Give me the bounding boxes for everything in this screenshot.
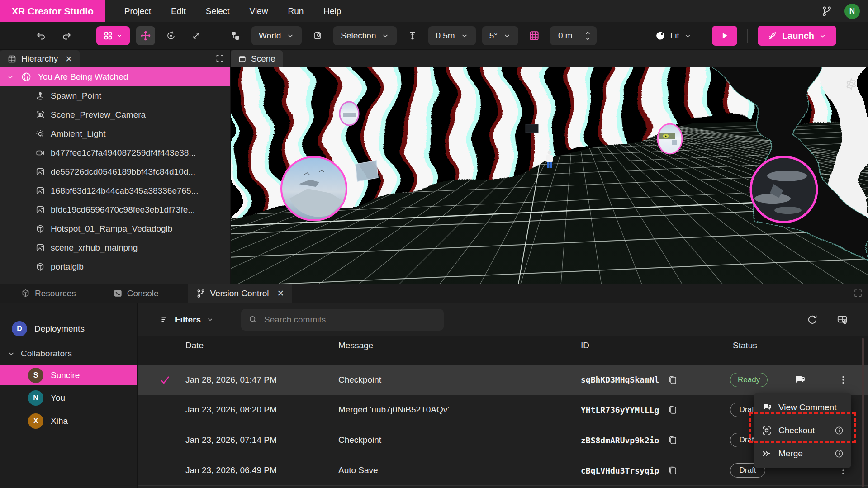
copy-icon[interactable] xyxy=(667,374,678,385)
tab-hierarchy[interactable]: Hierarchy ✕ xyxy=(0,50,80,67)
image-icon xyxy=(35,167,45,177)
copy-icon[interactable] xyxy=(667,465,678,476)
sidebar-item-suncire[interactable]: S Suncire xyxy=(0,365,137,385)
user-avatar[interactable]: N xyxy=(844,4,860,19)
commit-id: zBS8dmARUvp9k2io xyxy=(581,436,659,445)
world-space-dropdown[interactable]: World xyxy=(251,26,302,45)
search-commits-input[interactable] xyxy=(264,315,427,325)
move-snap-dropdown[interactable]: 0.5m xyxy=(428,26,475,45)
tree-item-video-asset[interactable]: b477fee1c7fa494087259df4f443e38... xyxy=(0,143,230,162)
version-control-icon[interactable] xyxy=(821,5,833,17)
commit-row[interactable]: Jan 28, 2026, 01:47 PM Checkpoint sqBhKD… xyxy=(138,365,868,395)
transform-space-icon[interactable] xyxy=(226,26,245,45)
image-icon xyxy=(35,205,45,215)
menu-item-view-comment[interactable]: View Comment xyxy=(754,396,851,419)
move-tool-button[interactable] xyxy=(136,26,155,45)
cube-object[interactable] xyxy=(526,124,538,133)
panel-object[interactable] xyxy=(356,161,378,181)
menu-project[interactable]: Project xyxy=(124,6,151,16)
tab-resources[interactable]: Resources xyxy=(13,284,84,303)
scene-render xyxy=(231,67,868,284)
scene-viewport[interactable] xyxy=(231,67,868,284)
camera-icon xyxy=(35,110,45,120)
portal-object-mid[interactable] xyxy=(658,124,682,154)
info-icon[interactable] xyxy=(834,426,844,436)
tree-item-image-asset[interactable]: bfdc19cd6596470c98fee3eb1df73fe... xyxy=(0,200,230,219)
sidebar-item-xiha[interactable]: X Xiha xyxy=(0,411,137,431)
table-settings-icon[interactable] xyxy=(836,314,848,326)
menu-help[interactable]: Help xyxy=(323,6,341,16)
sidebar-group-collaborators[interactable]: Collaborators xyxy=(0,344,137,364)
copy-icon[interactable] xyxy=(667,404,678,415)
portal-object-right[interactable] xyxy=(751,157,817,222)
play-button[interactable] xyxy=(712,26,737,46)
grid-snap-icon[interactable] xyxy=(525,26,544,45)
table-scrollbar[interactable] xyxy=(862,338,864,487)
rotate-snap-dropdown[interactable]: 5° xyxy=(482,26,518,45)
main-menu: Project Edit Select View Run Help xyxy=(124,6,341,16)
tree-item-image-asset[interactable]: 168bf63d124b44cab345a38336e765... xyxy=(0,181,230,200)
portal-object-small[interactable] xyxy=(340,102,359,125)
tree-item-image-asset[interactable]: de55726dcd0546189bbf43fc84d10d... xyxy=(0,162,230,181)
shading-icon xyxy=(655,30,666,41)
window-icon xyxy=(238,55,247,63)
sidebar-item-you[interactable]: N You xyxy=(0,388,137,408)
tree-item-portal-model[interactable]: portalglb xyxy=(0,257,230,276)
selection-mode-icon[interactable] xyxy=(308,26,327,45)
tab-scene[interactable]: Scene xyxy=(231,50,283,67)
sidebar-item-deployments[interactable]: D Deployments xyxy=(0,319,137,339)
info-icon[interactable] xyxy=(834,449,844,459)
bottom-tabstrip: Resources Console Version Control ✕ xyxy=(0,284,868,303)
refresh-icon[interactable] xyxy=(806,314,818,326)
filters-dropdown[interactable]: Filters xyxy=(160,315,214,325)
commit-message: Auto Save xyxy=(338,465,378,475)
toolbar: World Selection 0.5m 5° 0 m Lit xyxy=(0,22,868,49)
menu-edit[interactable]: Edit xyxy=(171,6,186,16)
vertical-snap-icon[interactable] xyxy=(403,26,422,45)
expand-icon[interactable] xyxy=(854,289,863,298)
commit-context-menu: View Comment Checkout Merge xyxy=(754,393,851,468)
column-message[interactable]: Message xyxy=(338,341,373,351)
tree-root-scene[interactable]: You Are Being Watched xyxy=(0,67,230,86)
chevron-down-icon xyxy=(6,73,14,81)
close-icon[interactable]: ✕ xyxy=(277,288,284,298)
column-status[interactable]: Status xyxy=(733,341,757,351)
tree-item-ambient-light[interactable]: Ambient_Light xyxy=(0,124,230,143)
comment-icon[interactable] xyxy=(793,374,806,386)
chevron-down-icon xyxy=(7,350,15,358)
undo-icon[interactable] xyxy=(32,26,51,45)
layout-grid-button[interactable] xyxy=(96,26,130,45)
portal-object-left[interactable] xyxy=(281,157,346,220)
tab-console[interactable]: Console xyxy=(105,284,167,303)
rotate-tool-icon[interactable] xyxy=(161,26,180,45)
launch-button[interactable]: Launch xyxy=(758,26,836,46)
scale-tool-icon[interactable] xyxy=(187,26,206,45)
redo-icon[interactable] xyxy=(57,26,76,45)
viewport-settings-gear-icon[interactable] xyxy=(844,77,858,91)
menu-item-merge[interactable]: Merge xyxy=(754,442,851,465)
expand-icon[interactable] xyxy=(215,54,224,63)
tree-item-scene-image[interactable]: scene_xrhub_mainpng xyxy=(0,238,230,257)
selection-dropdown[interactable]: Selection xyxy=(333,26,397,45)
search-commits-box[interactable] xyxy=(241,309,444,331)
menu-item-checkout[interactable]: Checkout xyxy=(754,419,851,442)
status-badge: Ready xyxy=(730,373,768,387)
menu-view[interactable]: View xyxy=(250,6,268,16)
row-menu-kebab-icon[interactable] xyxy=(838,374,849,385)
copy-icon[interactable] xyxy=(667,435,678,445)
step-down-icon xyxy=(584,36,591,41)
commit-table-header: Date Message ID Status xyxy=(138,336,868,365)
tree-item-spawn-point[interactable]: Spawn_Point xyxy=(0,86,230,105)
tab-version-control[interactable]: Version Control ✕ xyxy=(188,284,293,303)
column-date[interactable]: Date xyxy=(185,341,204,351)
column-id[interactable]: ID xyxy=(581,341,589,351)
tree-item-scene-preview-camera[interactable]: Scene_Preview_Camera xyxy=(0,105,230,124)
close-icon[interactable]: ✕ xyxy=(65,54,72,64)
elevation-stepper[interactable]: 0 m xyxy=(550,26,597,45)
tree-item-hotspot-model[interactable]: Hotspot_01_Rampa_Vedadoglb xyxy=(0,219,230,238)
comment-icon xyxy=(761,402,772,413)
commit-message: Checkpoint xyxy=(338,435,381,445)
menu-run[interactable]: Run xyxy=(288,6,304,16)
shading-dropdown[interactable]: Lit xyxy=(655,30,692,41)
menu-select[interactable]: Select xyxy=(206,6,230,16)
